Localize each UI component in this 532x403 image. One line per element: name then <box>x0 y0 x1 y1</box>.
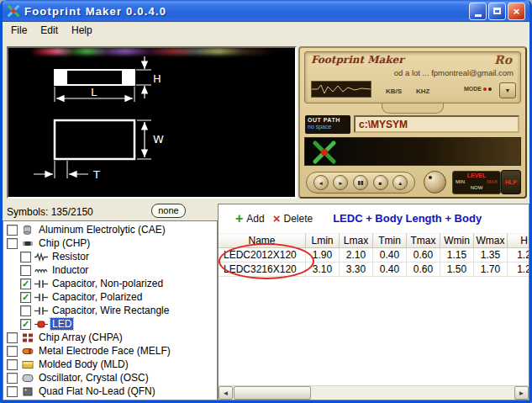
tree-item-label[interactable]: Chip Array (CHPA) <box>37 331 124 343</box>
cell-value: 1.2 <box>508 248 529 262</box>
tree-item-label[interactable]: Quad Flat No-Lead (QFN) <box>37 385 157 397</box>
tree-item-quad-flat-no-lead-qfn[interactable]: Quad Flat No-Lead (QFN) <box>3 384 217 398</box>
symbols-count-label: Symbols: 135/2150 <box>7 206 93 218</box>
tree-item-molded-body-mld[interactable]: Molded Body (MLD) <box>3 358 217 371</box>
horizontal-scrollbar[interactable]: ◄ ► <box>219 385 529 400</box>
column-header-lmax[interactable]: Lmax <box>340 233 373 248</box>
title-bar: Footprint Maker 0.0.4.0 × <box>3 0 529 22</box>
chpa-icon <box>20 332 34 343</box>
cell-value: 1.50 <box>440 262 474 277</box>
checkbox-resistor[interactable] <box>20 252 31 262</box>
delete-button[interactable]: × Delete <box>273 212 313 225</box>
checkbox-capacitor-wire-rectangle[interactable] <box>20 305 31 316</box>
add-button[interactable]: + Add <box>235 212 265 225</box>
checkbox-aluminum-electrolytic-cae[interactable] <box>7 225 18 236</box>
maximize-button[interactable] <box>488 3 506 20</box>
menu-bar: FileEditHelp <box>3 22 529 39</box>
scroll-left-button[interactable]: ◄ <box>219 386 233 400</box>
tree-item-label[interactable]: Resistor <box>50 251 91 262</box>
menu-item-help[interactable]: Help <box>65 23 99 38</box>
footprint-table: NameLminLmaxTminTmaxWminWmaxH LEDC2012X1… <box>219 233 529 385</box>
checkbox-capacitor-polarized[interactable]: ✓ <box>20 292 31 303</box>
resistor-icon <box>34 252 48 262</box>
table-row[interactable]: LEDC3216X1203.103.300.400.601.501.701.2 <box>219 262 529 277</box>
qfn-icon <box>20 386 34 397</box>
tree-item-label[interactable]: Capacitor, Non-polarized <box>50 278 165 289</box>
checkbox-chip-array-chpa[interactable] <box>7 332 18 343</box>
column-header-name[interactable]: Name <box>219 233 306 248</box>
out-path-label-box: OUT PATH no space <box>305 115 350 134</box>
tree-item-oscillator-crystal-osc[interactable]: Oscillator, Crystal (OSC) <box>3 371 217 384</box>
cell-value: 1.70 <box>474 262 508 277</box>
out-path-label: OUT PATH <box>308 117 348 124</box>
minimize-button[interactable] <box>469 3 487 20</box>
now-label: NOW <box>456 185 498 191</box>
tree-item-label[interactable]: Molded Body (MLD) <box>37 358 130 370</box>
brand-script-text: Ro <box>494 53 512 66</box>
tree-item-aluminum-electrolytic-cae[interactable]: Aluminum Electrolytic (CAE) <box>3 223 217 236</box>
menu-item-file[interactable]: File <box>4 23 34 38</box>
tree-item-inductor[interactable]: Inductor <box>3 263 217 277</box>
level-knob[interactable] <box>424 171 446 194</box>
cell-value: 0.60 <box>407 248 440 262</box>
checkbox-capacitor-non-polarized[interactable]: ✓ <box>20 278 31 289</box>
tree-item-chip-chp[interactable]: Chip (CHP) <box>3 236 217 250</box>
tree-item-label[interactable]: Capacitor, Wire Rectangle <box>50 305 171 316</box>
skin-display: Footprint Maker Ro od a lot ... fpmontre… <box>304 51 521 103</box>
tree-item-chip-array-chpa[interactable]: Chip Array (CHPA) <box>3 331 217 344</box>
tree-item-led[interactable]: ✓LED <box>3 317 217 331</box>
checkbox-molded-body-mld[interactable] <box>7 359 18 370</box>
scrollbar-thumb[interactable] <box>234 386 311 400</box>
chip-icon <box>20 238 34 249</box>
cae-icon <box>20 225 34 236</box>
none-button[interactable]: none <box>151 204 186 218</box>
media-button-stop[interactable]: ■ <box>373 175 388 190</box>
checkbox-led[interactable]: ✓ <box>20 319 31 330</box>
column-header-lmin[interactable]: Lmin <box>306 233 340 248</box>
tree-item-label[interactable]: Aluminum Electrolytic (CAE) <box>37 224 167 236</box>
close-button[interactable]: × <box>508 3 525 20</box>
footprint-table-panel: + Add × Delete LEDC + Body Length + Body… <box>218 204 529 400</box>
media-button-eject[interactable]: ▲ <box>392 175 408 190</box>
tree-item-label[interactable]: LED <box>50 318 73 330</box>
column-header-wmax[interactable]: Wmax <box>474 233 508 248</box>
dim-label-l: L <box>91 86 97 98</box>
tree-item-capacitor-wire-rectangle[interactable]: Capacitor, Wire Rectangle <box>3 304 217 317</box>
scroll-right-button[interactable]: ► <box>514 386 529 400</box>
tree-item-label[interactable]: Inductor <box>50 264 90 276</box>
menu-item-edit[interactable]: Edit <box>34 23 65 38</box>
tree-item-label[interactable]: Oscillator, Crystal (OSC) <box>37 372 150 384</box>
tree-item-label[interactable]: Capacitor, Polarized <box>50 291 144 303</box>
cell-value: 1.2 <box>508 262 529 277</box>
media-button-rewind[interactable]: ◄ <box>313 175 329 190</box>
column-header-tmax[interactable]: Tmax <box>407 233 440 248</box>
tree-item-resistor[interactable]: Resistor <box>3 250 217 263</box>
tree-item-capacitor-polarized[interactable]: ✓Capacitor, Polarized <box>3 290 217 304</box>
tree-item-metal-electrode-face-melf[interactable]: Metal Electrode Face (MELF) <box>3 344 217 358</box>
main-content: H L W T <box>3 39 529 400</box>
column-header-h[interactable]: H <box>508 233 529 248</box>
checkbox-inductor[interactable] <box>20 265 31 276</box>
tree-item-capacitor-non-polarized[interactable]: ✓Capacitor, Non-polarized <box>3 277 217 290</box>
media-button-play[interactable]: ► <box>333 175 348 190</box>
checkbox-chip-chp[interactable] <box>7 238 18 249</box>
melf-icon <box>20 346 34 357</box>
kbs-label: KB/S <box>386 87 402 95</box>
help-button[interactable]: HLP <box>501 170 521 194</box>
column-header-wmin[interactable]: Wmin <box>440 233 474 248</box>
dim-label-t: T <box>92 168 100 181</box>
skin-controls: ◄►▮▮■▲ LEVEL MIN MAX NOW HLP <box>304 169 521 197</box>
out-path-input[interactable] <box>354 115 519 133</box>
tree-item-label[interactable]: Chip (CHP) <box>37 237 92 249</box>
cell-value: 3.30 <box>340 262 373 277</box>
skin-dropdown-button[interactable]: ▼ <box>499 82 516 98</box>
tree-item-label[interactable]: Metal Electrode Face (MELF) <box>37 345 172 357</box>
min-label: MIN <box>456 179 465 185</box>
capacitor-icon <box>34 278 48 289</box>
checkbox-oscillator-crystal-osc[interactable] <box>7 373 18 384</box>
column-header-tmin[interactable]: Tmin <box>373 233 407 248</box>
checkbox-metal-electrode-face-melf[interactable] <box>7 346 18 357</box>
checkbox-quad-flat-no-lead-qfn[interactable] <box>7 386 18 397</box>
media-button-pause[interactable]: ▮▮ <box>353 175 368 190</box>
table-row[interactable]: LEDC2012X1201.902.100.400.601.151.351.2 <box>219 248 529 262</box>
